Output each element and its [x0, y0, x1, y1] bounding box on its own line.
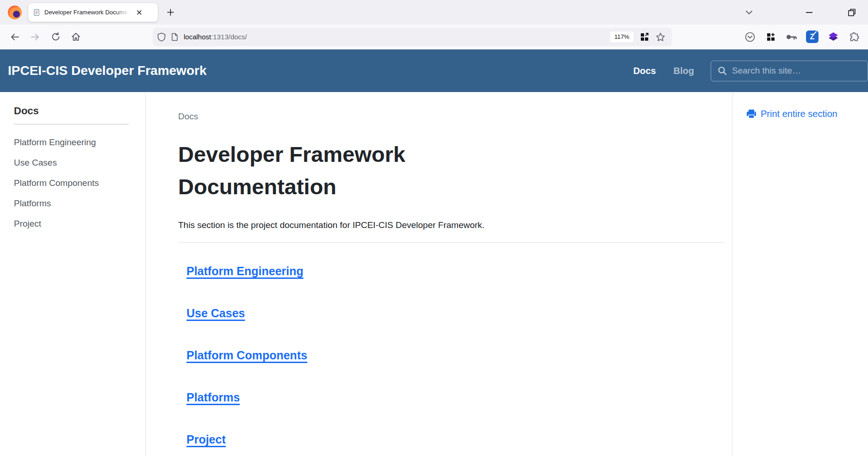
- sidebar-item-platform-engineering[interactable]: Platform Engineering: [14, 132, 136, 153]
- site-navbar: IPCEI-CIS Developer Framework Docs Blog: [0, 49, 868, 92]
- sidebar-nav: Platform Engineering Use Cases Platform …: [14, 132, 136, 234]
- entry-platform-engineering: Platform Engineering: [186, 263, 725, 279]
- reload-icon[interactable]: [48, 30, 63, 44]
- search-input[interactable]: [732, 66, 843, 76]
- bookmark-star-icon[interactable]: [656, 32, 665, 42]
- search-icon: [718, 66, 727, 75]
- url-host: localhost: [184, 33, 211, 41]
- tab-title: Developer Framework Documentation: [44, 9, 130, 16]
- sidebar-item-platform-components[interactable]: Platform Components: [14, 173, 136, 193]
- zoom-level-button[interactable]: 117%: [610, 31, 633, 42]
- sidebar-item-project[interactable]: Project: [14, 214, 136, 234]
- restore-window-icon[interactable]: [844, 5, 860, 20]
- page-title: Developer Framework Documentation: [178, 138, 521, 203]
- new-tab-button[interactable]: [162, 5, 178, 20]
- print-section-link[interactable]: Print entire section: [746, 108, 868, 120]
- browser-tab[interactable]: Developer Framework Documentation: [28, 3, 158, 22]
- main-content: Docs Developer Framework Documentation T…: [146, 92, 732, 456]
- nav-link-blog[interactable]: Blog: [674, 66, 694, 76]
- url-path: :1313/docs/: [211, 33, 247, 41]
- page-description: This section is the project documentatio…: [178, 219, 725, 231]
- breadcrumb: Docs: [178, 111, 725, 122]
- extensions-grid-icon[interactable]: [764, 30, 777, 43]
- browser-window: Developer Framework Documentation: [0, 0, 868, 456]
- pocket-icon[interactable]: [743, 30, 756, 43]
- extension-icons: Z: [743, 30, 868, 43]
- nav-link-docs[interactable]: Docs: [633, 66, 656, 76]
- home-icon[interactable]: [68, 30, 83, 44]
- entry-platform-components: Platform Components: [186, 347, 725, 364]
- print-link-label: Print entire section: [761, 108, 837, 120]
- url-bar[interactable]: localhost:1313/docs/ 117%: [153, 28, 672, 46]
- left-sidebar: Docs Platform Engineering Use Cases Plat…: [0, 92, 146, 456]
- puzzle-extension-icon[interactable]: [847, 30, 861, 43]
- layers-extension-icon[interactable]: [826, 30, 840, 43]
- sidebar-item-platforms[interactable]: Platforms: [14, 193, 136, 214]
- content-divider: [178, 242, 725, 243]
- list-all-tabs-icon[interactable]: [741, 5, 757, 20]
- browser-toolbar: localhost:1313/docs/ 117% Z: [0, 25, 868, 49]
- site-info-icon[interactable]: [171, 33, 178, 41]
- sidebar-section-title[interactable]: Docs: [14, 105, 136, 117]
- printer-icon: [746, 109, 756, 119]
- page-favicon-icon: [33, 9, 40, 16]
- breadcrumb-docs-link[interactable]: Docs: [178, 111, 198, 121]
- firefox-logo-icon[interactable]: [8, 6, 22, 19]
- page-viewport: IPCEI-CIS Developer Framework Docs Blog …: [0, 49, 868, 456]
- tab-close-icon[interactable]: [135, 8, 144, 17]
- back-icon[interactable]: [7, 30, 22, 44]
- tracking-protection-shield-icon[interactable]: [157, 32, 166, 42]
- site-search[interactable]: [711, 61, 868, 81]
- sidebar-divider: [14, 124, 129, 124]
- url-text[interactable]: localhost:1313/docs/: [184, 33, 247, 41]
- passwords-key-icon[interactable]: [785, 30, 798, 43]
- entry-platforms: Platforms: [186, 389, 725, 406]
- page-action-grid-icon[interactable]: [639, 32, 650, 42]
- page-body: Docs Platform Engineering Use Cases Plat…: [0, 92, 868, 456]
- section-entries: Platform Engineering Use Cases Platform …: [186, 263, 725, 448]
- zotero-icon[interactable]: Z: [806, 30, 819, 43]
- sidebar-item-use-cases[interactable]: Use Cases: [14, 153, 136, 173]
- site-brand[interactable]: IPCEI-CIS Developer Framework: [8, 63, 206, 78]
- minimize-icon[interactable]: [801, 5, 817, 20]
- entry-use-cases: Use Cases: [186, 305, 725, 321]
- entry-project: Project: [186, 431, 725, 448]
- forward-icon[interactable]: [28, 30, 43, 44]
- right-sidebar: Print entire section: [732, 92, 868, 456]
- window-controls: [741, 0, 868, 25]
- tab-bar: Developer Framework Documentation: [0, 0, 868, 25]
